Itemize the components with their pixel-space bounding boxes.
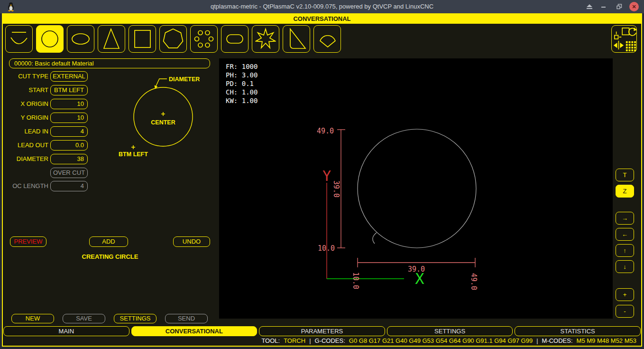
dim-h-right: 49.0 bbox=[469, 273, 478, 290]
pan-up-button[interactable]: ↑ bbox=[616, 244, 634, 257]
start-cross-icon bbox=[131, 145, 135, 149]
triangle-tool-icon bbox=[101, 26, 122, 52]
lead-out-label: LEAD OUT bbox=[3, 140, 48, 151]
gcode-preview-drawing: 49.0 10.0 39.0 Y X 39.0 10.0 49.0 bbox=[219, 58, 613, 319]
undo-button[interactable]: UNDO bbox=[173, 236, 210, 247]
tool-polygon-button[interactable] bbox=[159, 25, 187, 53]
tool-bolt-circle-button[interactable] bbox=[190, 25, 218, 53]
dim-h-mid: 39.0 bbox=[408, 265, 425, 274]
tool-sector-button[interactable] bbox=[313, 25, 341, 53]
tool-line-button[interactable] bbox=[5, 25, 33, 53]
tool-rectangle-button[interactable] bbox=[129, 25, 156, 53]
tool-value: TORCH bbox=[284, 337, 305, 344]
preview-button[interactable]: PREVIEW bbox=[10, 236, 46, 247]
zoom-in-button[interactable]: + bbox=[616, 288, 634, 301]
preview-circle-path bbox=[358, 129, 476, 248]
status-separator: | bbox=[536, 337, 538, 344]
rectangle-tool-icon bbox=[132, 26, 153, 52]
lead-in-input[interactable]: 4 bbox=[50, 126, 88, 137]
zoom-out-button[interactable]: - bbox=[616, 305, 634, 318]
settings-button[interactable]: SETTINGS bbox=[114, 314, 156, 323]
dim-v-top: 49.0 bbox=[317, 127, 334, 135]
y-origin-input[interactable]: 10 bbox=[50, 113, 88, 123]
cut-type-button[interactable]: EXTERNAL bbox=[50, 71, 88, 82]
window-title: qtplasmac-metric - QtPlasmaC v2.10-009.0… bbox=[0, 0, 644, 13]
dim-v-bottom: 10.0 bbox=[318, 244, 335, 253]
start-label: START bbox=[3, 85, 48, 95]
mcodes-label: M-CODES: bbox=[542, 337, 573, 344]
tab-parameters[interactable]: PARAMETERS bbox=[259, 326, 385, 336]
view-top-button[interactable]: T bbox=[616, 169, 634, 181]
app-window: CONVERSATIONAL bbox=[2, 13, 642, 347]
center-cross-icon bbox=[161, 112, 165, 116]
tool-circle-button[interactable] bbox=[36, 25, 64, 53]
over-cut-button[interactable]: OVER CUT bbox=[50, 168, 88, 178]
start-button[interactable]: BTM LEFT bbox=[50, 85, 88, 95]
bolt-circle-tool-icon bbox=[193, 26, 214, 52]
star-tool-icon bbox=[255, 26, 276, 52]
tab-conversational[interactable]: CONVERSATIONAL bbox=[131, 326, 258, 336]
tool-star-button[interactable] bbox=[252, 25, 279, 53]
tab-settings[interactable]: SETTINGS bbox=[387, 326, 513, 336]
dim-v-mid: 39.0 bbox=[332, 180, 340, 198]
oc-length-input[interactable]: 4 bbox=[50, 181, 88, 191]
status-bar: TOOL: TORCH | G-CODES: G0 G8 G17 G21 G40… bbox=[3, 337, 636, 345]
ellipse-tool-icon bbox=[70, 26, 91, 52]
diameter-input[interactable]: 38 bbox=[50, 154, 88, 164]
tool-label: TOOL: bbox=[261, 337, 280, 344]
tab-statistics[interactable]: STATISTICS bbox=[515, 326, 641, 336]
tool-triangle-button[interactable] bbox=[98, 25, 125, 53]
diameter-label: DIAMETER bbox=[3, 154, 48, 164]
over-cut-spacer bbox=[3, 168, 48, 178]
polygon-tool-icon bbox=[163, 26, 184, 52]
illus-start-label: BTM LEFT bbox=[119, 151, 148, 158]
pan-right-button[interactable]: → bbox=[616, 212, 634, 225]
illus-center-label: CENTER bbox=[151, 119, 175, 126]
transform-array-button[interactable] bbox=[611, 25, 637, 53]
titlebar: qtplasmac-metric - QtPlasmaC v2.10-009.0… bbox=[0, 0, 644, 13]
transform-array-icon bbox=[612, 25, 636, 53]
pan-down-button[interactable]: ↓ bbox=[616, 260, 634, 273]
mcodes-value: M5 M9 M48 M52 M53 bbox=[577, 337, 636, 344]
restore-button[interactable] bbox=[616, 0, 622, 13]
x-origin-input[interactable]: 10 bbox=[50, 99, 88, 109]
circle-tool-icon bbox=[39, 26, 60, 52]
oc-length-label: OC LENGTH bbox=[3, 181, 48, 191]
conversational-header: CONVERSATIONAL bbox=[3, 14, 641, 24]
dim-h-left: 10.0 bbox=[351, 272, 360, 289]
preview-canvas: FR: 1000 PH: 3.00 PD: 0.1 CH: 1.00 KW: 1… bbox=[219, 58, 613, 319]
new-button[interactable]: NEW bbox=[11, 314, 54, 323]
x-origin-label: X ORIGIN bbox=[3, 99, 48, 109]
sector-tool-icon bbox=[317, 26, 338, 52]
y-origin-label: Y ORIGIN bbox=[3, 113, 48, 123]
tool-gusset-button[interactable] bbox=[283, 25, 310, 53]
illus-diameter-label: DIAMETER bbox=[169, 76, 200, 83]
status-message: CREATING CIRCLE bbox=[3, 253, 217, 260]
main-tab-bar: MAIN CONVERSATIONAL PARAMETERS SETTINGS … bbox=[3, 326, 641, 336]
circle-illustration: DIAMETER CENTER BTM LEFT bbox=[113, 66, 219, 166]
tool-ellipse-button[interactable] bbox=[67, 25, 94, 53]
close-button[interactable]: ✕ bbox=[629, 2, 639, 11]
lead-in-label: LEAD IN bbox=[3, 126, 48, 137]
save-button[interactable]: SAVE bbox=[63, 314, 105, 323]
minimize-button[interactable] bbox=[601, 0, 606, 13]
slot-tool-icon bbox=[224, 26, 245, 52]
y-axis-label: Y bbox=[322, 168, 331, 184]
send-button[interactable]: SEND bbox=[165, 314, 208, 323]
status-separator: | bbox=[309, 337, 311, 344]
tool-slot-button[interactable] bbox=[221, 25, 248, 53]
tab-main[interactable]: MAIN bbox=[3, 326, 129, 336]
line-tool-icon bbox=[9, 26, 29, 52]
lead-out-input[interactable]: 0.0 bbox=[50, 140, 88, 151]
pan-left-button[interactable]: ← bbox=[616, 228, 634, 241]
view-z-button[interactable]: Z bbox=[616, 185, 634, 198]
add-button[interactable]: ADD bbox=[89, 236, 128, 247]
gcodes-label: G-CODES: bbox=[315, 337, 345, 344]
gcodes-value: G0 G8 G17 G21 G40 G49 G53 G54 G64 G90 G9… bbox=[349, 337, 533, 344]
preview-leadin-arc bbox=[373, 233, 377, 244]
gusset-tool-icon bbox=[286, 26, 307, 52]
shade-button[interactable] bbox=[586, 0, 593, 13]
cut-type-label: CUT TYPE bbox=[3, 71, 48, 82]
